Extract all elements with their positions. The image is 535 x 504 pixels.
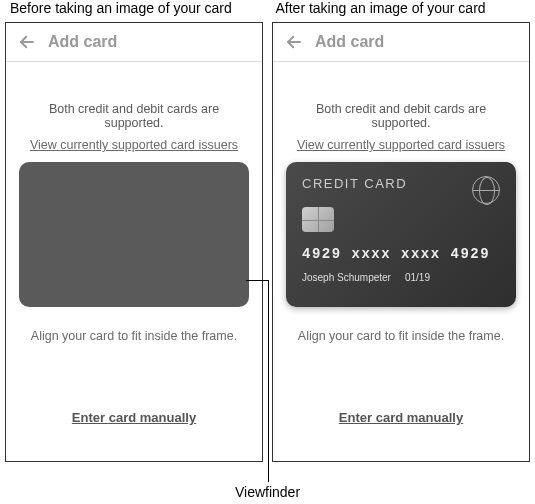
support-text: Both credit and debit cards are supporte… bbox=[18, 102, 250, 130]
align-instruction: Align your card to fit inside the frame. bbox=[298, 329, 504, 343]
viewfinder-annotation: Viewfinder bbox=[235, 484, 300, 500]
phone-after: Add card Both credit and debit cards are… bbox=[272, 22, 530, 462]
card-number: 4929 xxxx xxxx 4929 bbox=[302, 246, 500, 262]
cardholder-name: Joseph Schumpeter bbox=[302, 272, 391, 283]
page-title: Add card bbox=[48, 33, 117, 51]
card-type-label: CREDIT CARD bbox=[302, 176, 500, 191]
camera-viewfinder bbox=[19, 162, 249, 307]
issuers-link[interactable]: View currently supported card issuers bbox=[297, 138, 505, 152]
card-chip-icon bbox=[302, 207, 334, 232]
back-arrow-icon[interactable] bbox=[285, 33, 303, 51]
issuers-link[interactable]: View currently supported card issuers bbox=[30, 138, 238, 152]
app-header: Add card bbox=[273, 23, 529, 62]
enter-manually-link[interactable]: Enter card manually bbox=[339, 410, 463, 425]
phone-before: Add card Both credit and debit cards are… bbox=[5, 22, 263, 462]
app-header: Add card bbox=[6, 23, 262, 62]
back-arrow-icon[interactable] bbox=[18, 33, 36, 51]
caption-before: Before taking an image of your card bbox=[10, 0, 267, 16]
page-title: Add card bbox=[315, 33, 384, 51]
captured-card: CREDIT CARD 4929 xxxx xxxx 4929 Joseph S… bbox=[286, 162, 516, 307]
card-network-icon bbox=[472, 176, 500, 204]
card-expiry: 01/19 bbox=[405, 272, 430, 283]
caption-after: After taking an image of your card bbox=[267, 0, 525, 16]
enter-manually-link[interactable]: Enter card manually bbox=[72, 410, 196, 425]
align-instruction: Align your card to fit inside the frame. bbox=[31, 329, 237, 343]
support-text: Both credit and debit cards are supporte… bbox=[285, 102, 517, 130]
